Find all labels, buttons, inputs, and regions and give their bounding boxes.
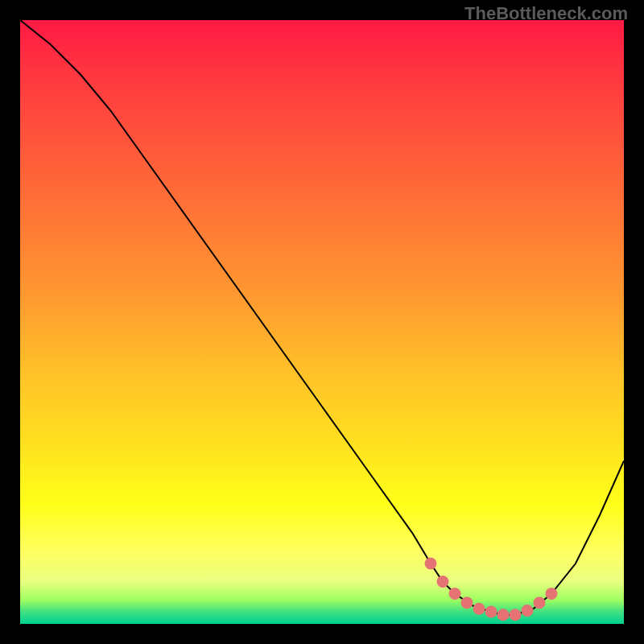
- svg-point-6: [497, 609, 510, 621]
- svg-point-9: [534, 597, 546, 609]
- svg-point-8: [522, 605, 534, 617]
- svg-point-7: [510, 609, 522, 621]
- svg-point-0: [425, 558, 437, 570]
- chart-highlight-points: [20, 20, 624, 624]
- svg-point-4: [473, 603, 485, 615]
- svg-point-2: [449, 588, 461, 600]
- svg-point-10: [546, 588, 558, 600]
- svg-point-3: [461, 597, 473, 609]
- svg-point-5: [485, 606, 497, 618]
- watermark-text: TheBottleneck.com: [464, 3, 628, 24]
- chart-plot-area: [20, 20, 624, 624]
- svg-point-1: [437, 576, 449, 588]
